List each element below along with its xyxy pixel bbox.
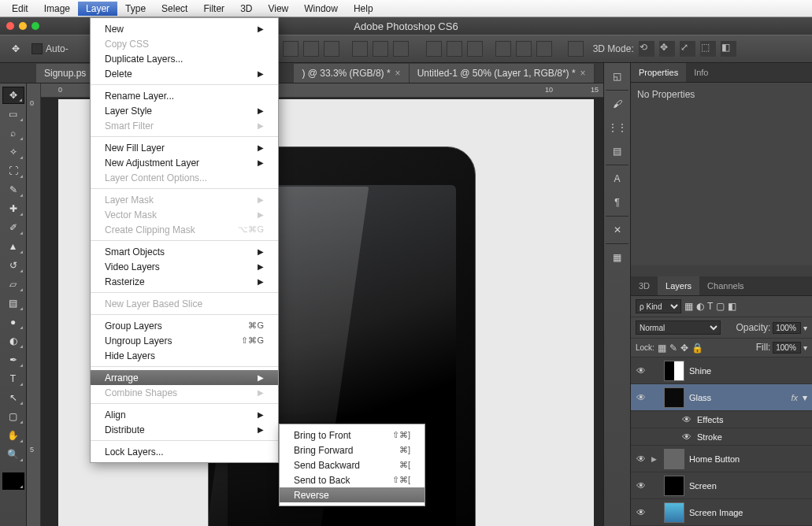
menu-item[interactable]: Duplicate Layers... — [91, 51, 278, 66]
menu-item[interactable]: New Adjustment Layer▶ — [91, 155, 278, 170]
magic-wand-tool[interactable]: ✧ — [2, 143, 24, 161]
lock-all-icon[interactable]: 🔒 — [691, 343, 703, 354]
align-icon[interactable] — [324, 41, 339, 57]
lasso-tool[interactable]: ⌕ — [2, 124, 24, 142]
filter-adjust-icon[interactable]: ◐ — [696, 301, 704, 312]
move-tool[interactable]: ✥ — [2, 87, 24, 104]
auto-select-checkbox[interactable]: Auto- — [32, 43, 69, 54]
menu-type[interactable]: Type — [117, 2, 154, 16]
menu-item[interactable]: New Fill Layer▶ — [91, 140, 278, 155]
visibility-toggle-icon[interactable]: 👁 — [636, 507, 647, 518]
healing-tool[interactable]: ✚ — [2, 200, 24, 217]
layer-row[interactable]: 👁Glassfx ▾ — [631, 384, 812, 411]
layer-filter-kind[interactable]: ρ Kind — [636, 299, 681, 313]
align-icon[interactable] — [373, 41, 388, 57]
pen-tool[interactable]: ✒ — [2, 351, 24, 369]
menu-edit[interactable]: Edit — [4, 2, 36, 16]
menu-image[interactable]: Image — [36, 2, 78, 16]
zoom-tool[interactable]: 🔍 — [2, 446, 24, 463]
history-brush-tool[interactable]: ↺ — [2, 257, 24, 274]
eyedropper-tool[interactable]: ✎ — [2, 181, 24, 198]
blend-mode-select[interactable]: Normal — [636, 320, 721, 335]
menu-item[interactable]: Align▶ — [91, 407, 278, 422]
menu-window[interactable]: Window — [296, 2, 346, 16]
layer-row[interactable]: 👁Effects — [631, 411, 812, 428]
current-tool-icon[interactable]: ✥ — [8, 43, 24, 54]
distribute-icon[interactable] — [536, 41, 552, 57]
menu-item[interactable]: Rename Layer... — [91, 88, 278, 103]
menu-item[interactable]: Group Layers⌘G — [91, 318, 278, 333]
3d-icon[interactable]: ◧ — [721, 41, 736, 57]
eraser-tool[interactable]: ▱ — [2, 276, 24, 293]
layer-row[interactable]: 👁▶Home Button — [631, 446, 812, 472]
menu-item[interactable]: Hide Layers — [91, 348, 278, 363]
clone-panel-icon[interactable]: ▤ — [607, 141, 628, 161]
document-tab[interactable]: Untitled-1 @ 50% (Layer 1, RGB/8*) *× — [410, 64, 595, 83]
visibility-toggle-icon[interactable]: 👁 — [636, 480, 647, 491]
tool-presets-icon[interactable]: ✕ — [607, 220, 628, 240]
menu-item[interactable]: Video Layers▶ — [91, 259, 278, 274]
crop-tool[interactable]: ⛶ — [2, 162, 24, 180]
menu-item[interactable]: Layer Style▶ — [91, 103, 278, 118]
3d-icon[interactable]: ✥ — [659, 41, 675, 57]
menu-filter[interactable]: Filter — [195, 2, 232, 16]
tab-layers[interactable]: Layers — [658, 276, 699, 295]
hand-tool[interactable]: ✋ — [2, 427, 24, 444]
lock-transparency-icon[interactable]: ▦ — [658, 343, 666, 354]
tab-channels[interactable]: Channels — [699, 276, 751, 295]
brush-tool[interactable]: ✐ — [2, 219, 24, 236]
layer-effects-badge[interactable]: fx — [791, 393, 798, 402]
brush-presets-icon[interactable]: ⋮⋮ — [607, 117, 628, 138]
submenu-item[interactable]: Bring to Front⇧⌘] — [280, 428, 425, 443]
marquee-tool[interactable]: ▭ — [2, 106, 24, 123]
brush-panel-icon[interactable]: 🖌 — [607, 94, 628, 114]
align-icon[interactable] — [283, 41, 298, 57]
shape-tool[interactable]: ▢ — [2, 408, 24, 425]
filter-pixel-icon[interactable]: ▦ — [684, 301, 693, 312]
layer-row[interactable]: 👁Screen — [631, 472, 812, 499]
stamp-tool[interactable]: ▲ — [2, 238, 24, 255]
paragraph-panel-icon[interactable]: ¶ — [607, 192, 628, 213]
menu-view[interactable]: View — [260, 2, 296, 16]
swatches-panel-icon[interactable]: ▦ — [607, 247, 628, 268]
tab-properties[interactable]: Properties — [631, 63, 686, 82]
3d-icon[interactable]: ⟲ — [639, 41, 654, 57]
visibility-toggle-icon[interactable]: 👁 — [636, 392, 647, 403]
3d-icon[interactable]: ⤢ — [680, 41, 695, 57]
visibility-toggle-icon[interactable]: 👁 — [681, 414, 692, 425]
document-tab[interactable]: ) @ 33.3% (RGB/8) *× — [294, 64, 409, 83]
align-icon[interactable] — [352, 41, 368, 57]
distribute-icon[interactable] — [467, 41, 483, 57]
submenu-item[interactable]: Bring Forward⌘] — [280, 443, 425, 457]
zoom-window-button[interactable] — [32, 22, 39, 30]
fill-value[interactable]: 100% — [773, 342, 801, 354]
filter-smart-icon[interactable]: ◧ — [728, 301, 736, 312]
tab-info[interactable]: Info — [686, 63, 716, 82]
3d-icon[interactable]: ⬚ — [700, 41, 716, 57]
visibility-toggle-icon[interactable]: 👁 — [636, 365, 647, 376]
tab-3d[interactable]: 3D — [631, 276, 658, 295]
distribute-icon[interactable] — [495, 41, 511, 57]
menu-item[interactable]: Lock Layers... — [91, 444, 278, 459]
distribute-icon[interactable] — [426, 41, 442, 57]
blur-tool[interactable]: ● — [2, 313, 24, 331]
menu-3d[interactable]: 3D — [232, 2, 260, 16]
align-icon[interactable] — [393, 41, 409, 57]
layer-row[interactable]: 👁Stroke — [631, 428, 812, 446]
swatch-fg[interactable] — [2, 472, 24, 490]
submenu-item[interactable]: Send Backward⌘[ — [280, 457, 425, 472]
filter-type-icon[interactable]: T — [707, 301, 713, 312]
distribute-icon[interactable] — [516, 41, 532, 57]
lock-pixels-icon[interactable]: ✎ — [669, 343, 677, 354]
history-panel-icon[interactable]: ◱ — [607, 66, 628, 87]
menu-item[interactable]: Rasterize▶ — [91, 274, 278, 289]
submenu-item[interactable]: Send to Back⇧⌘[ — [280, 472, 425, 487]
align-icon[interactable] — [303, 41, 319, 57]
menu-item[interactable]: Smart Objects▶ — [91, 244, 278, 259]
auto-align-icon[interactable] — [568, 41, 584, 57]
menu-item[interactable]: Ungroup Layers⇧⌘G — [91, 333, 278, 348]
menu-item[interactable]: Distribute▶ — [91, 422, 278, 437]
layer-row[interactable]: 👁Shine — [631, 357, 812, 384]
menu-item[interactable]: Arrange▶ — [91, 370, 278, 385]
visibility-toggle-icon[interactable]: 👁 — [681, 432, 692, 443]
